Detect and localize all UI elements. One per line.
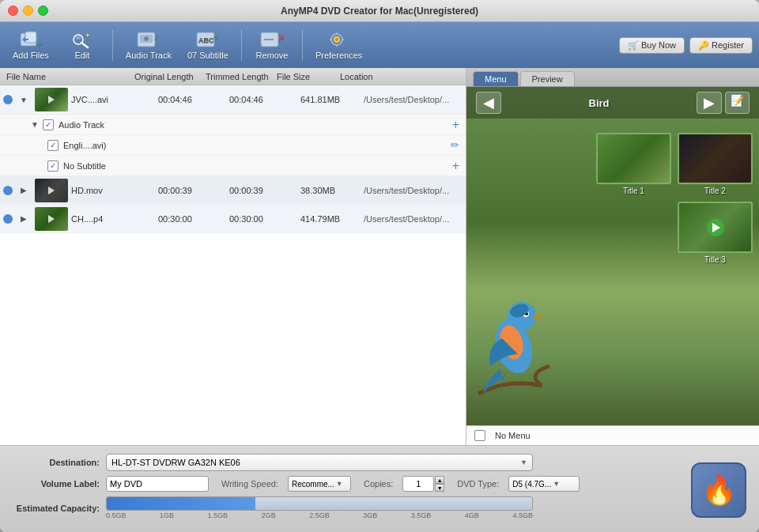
cap-label-7: 4GB (465, 511, 479, 519)
dvd-type-select[interactable]: D5 (4.7G... ▼ (508, 476, 580, 492)
audio-file-checkbox[interactable] (47, 140, 59, 151)
writing-speed-select[interactable]: Recomme... ▼ (288, 476, 351, 492)
cap-label-3: 2GB (262, 511, 276, 519)
register-button[interactable]: 🔑 Register (689, 37, 753, 54)
tab-menu[interactable]: Menu (473, 71, 519, 86)
next-arrow[interactable]: ▶ (697, 92, 722, 114)
bottom-wrapper: Destination: HL-DT-ST DVDRW GA32N KE06 ▼… (0, 445, 759, 532)
file-location-1: /Users/test/Desktop/... (364, 95, 466, 104)
bottom-area: Destination: HL-DT-ST DVDRW GA32N KE06 ▼… (0, 445, 759, 532)
maximize-button[interactable] (38, 6, 48, 16)
play-triangle-icon (712, 223, 720, 232)
preview-panel: Menu Preview (466, 68, 759, 445)
separator-2 (241, 29, 242, 61)
subtitle-button[interactable]: ABC + 07 Subtitle (181, 27, 235, 63)
traffic-lights (8, 6, 48, 16)
writing-speed-value: Recomme... (292, 480, 334, 489)
svg-text:ABC: ABC (198, 36, 214, 44)
table-row: ▼ JVC....avi 00:04:46 00:04:46 641.81MB … (0, 85, 466, 176)
copies-control: ▲ ▼ (402, 476, 444, 492)
capacity-bar-container: 0.5GB 1GB 1.5GB 2GB 2.5GB 3GB 3.5GB 4GB … (106, 496, 533, 519)
audio-file-label: Engli....avi) (63, 141, 451, 150)
expand-button-3[interactable]: ▶ (16, 211, 32, 227)
speed-dropdown-arrow: ▼ (336, 480, 343, 488)
destination-value: HL-DT-ST DVDRW GA32N KE06 (111, 458, 240, 467)
svg-rect-23 (330, 39, 332, 40)
no-menu-checkbox[interactable] (474, 430, 485, 441)
edit-icon: ✦ (70, 30, 94, 49)
preferences-button[interactable]: Preferences (309, 27, 368, 63)
file-panel: File Name Original Length Trimmed Length… (0, 68, 466, 445)
file-name-2: HD.mov (71, 186, 158, 195)
audio-expand-btn[interactable]: ▼ (27, 117, 43, 133)
play-icon (48, 96, 55, 104)
col-header-size: File Size (277, 72, 340, 81)
writing-speed-label: Writing Speed: (221, 479, 278, 489)
audio-add-button[interactable]: + (452, 118, 459, 132)
dvd-type-arrow: ▼ (553, 480, 560, 488)
cap-label-1: 1GB (160, 511, 174, 519)
file-thumbnail-2 (35, 179, 68, 202)
audio-edit-button[interactable]: ✏ (451, 139, 459, 151)
audio-checkbox[interactable] (43, 119, 54, 130)
file-size-1: 641.81MB (300, 95, 364, 104)
svg-rect-21 (336, 32, 338, 35)
capacity-labels: 0.5GB 1GB 1.5GB 2GB 2.5GB 3GB 3.5GB 4GB … (106, 511, 533, 519)
copies-stepper: ▲ ▼ (435, 476, 444, 492)
thumb-label-1: Title 1 (623, 187, 644, 195)
copies-down[interactable]: ▼ (435, 484, 444, 492)
buy-now-button[interactable]: 🛒 Buy Now (619, 37, 685, 54)
minimize-button[interactable] (23, 6, 33, 16)
add-files-button[interactable]: + Add Files (6, 27, 55, 63)
menu-thumbnail-3[interactable]: Title 3 (678, 202, 753, 264)
window-title: AnyMP4 DVD Creator for Mac(Unregistered) (281, 6, 478, 17)
play-button-overlay[interactable] (707, 219, 724, 236)
burn-button[interactable]: 🔥 (691, 462, 746, 518)
cap-label-5: 3GB (363, 511, 377, 519)
preferences-icon (327, 30, 351, 49)
prev-arrow[interactable]: ◀ (476, 92, 501, 114)
title-bar: AnyMP4 DVD Creator for Mac(Unregistered) (0, 0, 759, 22)
file-location-3: /Users/test/Desktop/... (364, 214, 466, 224)
file-location-2: /Users/test/Desktop/... (364, 186, 466, 195)
menu-navigation: ◀ Bird ▶ 📝 (466, 87, 759, 119)
close-button[interactable] (8, 6, 18, 16)
audio-track-button[interactable]: ♪ Audio Track (119, 27, 178, 63)
audio-track-label: Audio Track (126, 51, 172, 60)
content-area: File Name Original Length Trimmed Length… (0, 68, 759, 445)
copies-input[interactable] (402, 476, 434, 492)
thumb-image-2 (678, 133, 753, 184)
edit-label: Edit (74, 51, 89, 60)
no-menu-label: No Menu (495, 431, 531, 440)
svg-rect-24 (342, 39, 344, 40)
svg-rect-22 (336, 44, 338, 47)
remove-button[interactable]: ✕ Remove (248, 27, 296, 63)
destination-select[interactable]: HL-DT-ST DVDRW GA32N KE06 ▼ (106, 454, 533, 471)
no-menu-bar: No Menu (466, 425, 759, 445)
expand-button-1[interactable]: ▼ (16, 92, 32, 108)
file-trimmed-2: 00:00:39 (229, 186, 300, 195)
svg-text:♪: ♪ (154, 32, 159, 41)
burn-icon: 🔥 (701, 474, 737, 507)
file-trimmed-3: 00:30:00 (229, 214, 300, 224)
table-row: ▶ CH....p4 00:30:00 00:30:00 414.79MB /U… (0, 205, 466, 233)
register-label: Register (712, 40, 744, 50)
menu-thumbnail-1[interactable]: Title 1 (596, 133, 671, 195)
expand-button-2[interactable]: ▶ (16, 183, 32, 198)
col-header-orig: Original Length (134, 72, 206, 81)
subtitle-checkbox[interactable] (47, 160, 59, 172)
copies-up[interactable]: ▲ (435, 476, 444, 484)
menu-thumbnail-2[interactable]: Title 2 (678, 133, 753, 195)
tab-preview[interactable]: Preview (520, 71, 575, 86)
audio-track-row: ▼ Audio Track + (0, 114, 466, 134)
volume-input[interactable] (106, 476, 209, 492)
edit-button[interactable]: ✦ Edit (59, 27, 106, 63)
buy-icon: 🛒 (628, 40, 639, 51)
file-trimmed-1: 00:04:46 (229, 95, 300, 104)
file-row-main-1: ▼ JVC....avi 00:04:46 00:04:46 641.81MB … (0, 85, 466, 114)
thumb-image-3 (678, 202, 753, 253)
edit-menu-button[interactable]: 📝 (725, 92, 750, 114)
subtitle-add-button[interactable]: + (452, 159, 459, 173)
key-icon: 🔑 (698, 40, 709, 51)
main-content: File Name Original Length Trimmed Length… (0, 68, 759, 532)
